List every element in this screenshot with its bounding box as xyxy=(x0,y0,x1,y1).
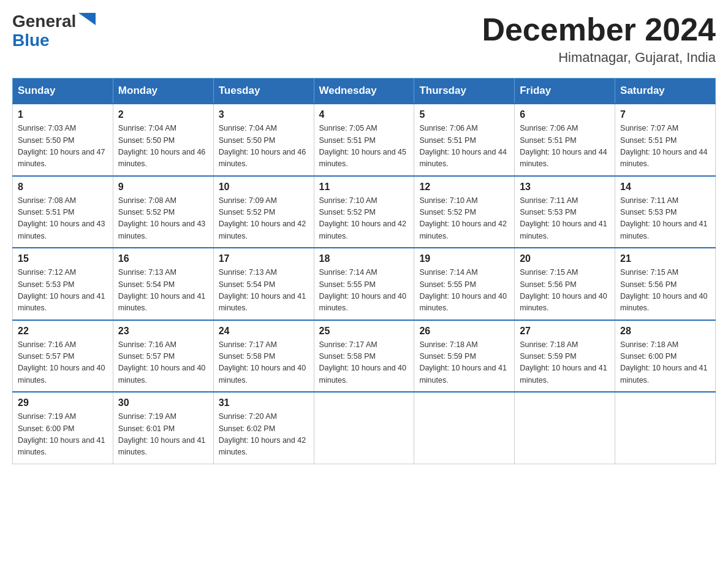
table-cell: 23 Sunrise: 7:16 AMSunset: 5:57 PMDaylig… xyxy=(113,320,213,393)
month-title: December 2024 xyxy=(482,12,716,47)
table-cell xyxy=(314,392,414,464)
day-number: 17 xyxy=(219,253,309,264)
table-cell xyxy=(414,392,515,464)
day-info: Sunrise: 7:16 AMSunset: 5:57 PMDaylight:… xyxy=(118,339,208,387)
table-cell: 21 Sunrise: 7:15 AMSunset: 5:56 PMDaylig… xyxy=(615,248,716,320)
week-row-2: 8 Sunrise: 7:08 AMSunset: 5:51 PMDayligh… xyxy=(13,176,716,248)
day-info: Sunrise: 7:18 AMSunset: 5:59 PMDaylight:… xyxy=(520,339,610,387)
table-cell: 2 Sunrise: 7:04 AMSunset: 5:50 PMDayligh… xyxy=(113,104,213,176)
table-cell: 30 Sunrise: 7:19 AMSunset: 6:01 PMDaylig… xyxy=(113,392,213,464)
day-number: 12 xyxy=(419,182,509,193)
day-info: Sunrise: 7:19 AMSunset: 6:01 PMDaylight:… xyxy=(118,411,208,459)
day-info: Sunrise: 7:08 AMSunset: 5:51 PMDaylight:… xyxy=(18,195,108,243)
table-cell: 15 Sunrise: 7:12 AMSunset: 5:53 PMDaylig… xyxy=(13,248,113,320)
table-cell: 9 Sunrise: 7:08 AMSunset: 5:52 PMDayligh… xyxy=(113,176,213,248)
day-info: Sunrise: 7:13 AMSunset: 5:54 PMDaylight:… xyxy=(219,267,309,315)
day-info: Sunrise: 7:14 AMSunset: 5:55 PMDaylight:… xyxy=(419,267,509,315)
table-cell: 6 Sunrise: 7:06 AMSunset: 5:51 PMDayligh… xyxy=(515,104,615,176)
day-number: 14 xyxy=(620,182,710,193)
day-info: Sunrise: 7:18 AMSunset: 5:59 PMDaylight:… xyxy=(419,339,509,387)
table-cell xyxy=(615,392,716,464)
table-cell: 5 Sunrise: 7:06 AMSunset: 5:51 PMDayligh… xyxy=(414,104,515,176)
day-number: 28 xyxy=(620,326,710,337)
day-number: 27 xyxy=(520,326,610,337)
day-number: 23 xyxy=(118,326,208,337)
logo-graphic: GeneralBlue xyxy=(12,12,96,50)
page-header: GeneralBlue December 2024 Himatnagar, Gu… xyxy=(12,12,716,66)
day-info: Sunrise: 7:06 AMSunset: 5:51 PMDaylight:… xyxy=(419,123,509,170)
day-number: 30 xyxy=(118,397,208,408)
day-number: 22 xyxy=(18,326,108,337)
table-cell: 28 Sunrise: 7:18 AMSunset: 6:00 PMDaylig… xyxy=(615,320,716,393)
day-info: Sunrise: 7:04 AMSunset: 5:50 PMDaylight:… xyxy=(219,123,309,170)
table-cell: 8 Sunrise: 7:08 AMSunset: 5:51 PMDayligh… xyxy=(13,176,113,248)
day-number: 13 xyxy=(520,182,610,193)
table-cell: 16 Sunrise: 7:13 AMSunset: 5:54 PMDaylig… xyxy=(113,248,213,320)
week-row-3: 15 Sunrise: 7:12 AMSunset: 5:53 PMDaylig… xyxy=(13,248,716,320)
day-number: 26 xyxy=(419,326,509,337)
day-number: 20 xyxy=(520,253,610,264)
day-number: 25 xyxy=(319,326,409,337)
table-cell: 19 Sunrise: 7:14 AMSunset: 5:55 PMDaylig… xyxy=(414,248,515,320)
table-cell: 18 Sunrise: 7:14 AMSunset: 5:55 PMDaylig… xyxy=(314,248,414,320)
day-number: 8 xyxy=(18,182,108,193)
day-number: 16 xyxy=(118,253,208,264)
day-number: 4 xyxy=(319,109,409,120)
week-row-4: 22 Sunrise: 7:16 AMSunset: 5:57 PMDaylig… xyxy=(13,320,716,393)
day-info: Sunrise: 7:18 AMSunset: 6:00 PMDaylight:… xyxy=(620,339,710,387)
table-cell: 14 Sunrise: 7:11 AMSunset: 5:53 PMDaylig… xyxy=(615,176,716,248)
location: Himatnagar, Gujarat, India xyxy=(482,50,716,66)
col-saturday: Saturday xyxy=(615,79,716,104)
day-info: Sunrise: 7:15 AMSunset: 5:56 PMDaylight:… xyxy=(620,267,710,315)
day-number: 29 xyxy=(18,397,108,408)
day-number: 7 xyxy=(620,109,710,120)
table-cell: 25 Sunrise: 7:17 AMSunset: 5:58 PMDaylig… xyxy=(314,320,414,393)
table-cell: 17 Sunrise: 7:13 AMSunset: 5:54 PMDaylig… xyxy=(213,248,314,320)
table-cell: 4 Sunrise: 7:05 AMSunset: 5:51 PMDayligh… xyxy=(314,104,414,176)
day-number: 11 xyxy=(319,182,409,193)
logo: GeneralBlue xyxy=(12,12,96,50)
week-row-5: 29 Sunrise: 7:19 AMSunset: 6:00 PMDaylig… xyxy=(13,392,716,464)
title-section: December 2024 Himatnagar, Gujarat, India xyxy=(482,12,716,66)
table-cell xyxy=(515,392,615,464)
day-number: 1 xyxy=(18,109,108,120)
day-number: 5 xyxy=(419,109,509,120)
table-cell: 1 Sunrise: 7:03 AMSunset: 5:50 PMDayligh… xyxy=(13,104,113,176)
table-cell: 27 Sunrise: 7:18 AMSunset: 5:59 PMDaylig… xyxy=(515,320,615,393)
day-number: 6 xyxy=(520,109,610,120)
table-cell: 29 Sunrise: 7:19 AMSunset: 6:00 PMDaylig… xyxy=(13,392,113,464)
table-cell: 12 Sunrise: 7:10 AMSunset: 5:52 PMDaylig… xyxy=(414,176,515,248)
calendar-table: Sunday Monday Tuesday Wednesday Thursday… xyxy=(12,78,716,464)
day-info: Sunrise: 7:11 AMSunset: 5:53 PMDaylight:… xyxy=(620,195,710,243)
col-sunday: Sunday xyxy=(13,79,113,104)
day-info: Sunrise: 7:17 AMSunset: 5:58 PMDaylight:… xyxy=(319,339,409,387)
table-cell: 24 Sunrise: 7:17 AMSunset: 5:58 PMDaylig… xyxy=(213,320,314,393)
table-cell: 3 Sunrise: 7:04 AMSunset: 5:50 PMDayligh… xyxy=(213,104,314,176)
day-number: 15 xyxy=(18,253,108,264)
day-number: 10 xyxy=(219,182,309,193)
table-cell: 26 Sunrise: 7:18 AMSunset: 5:59 PMDaylig… xyxy=(414,320,515,393)
table-cell: 22 Sunrise: 7:16 AMSunset: 5:57 PMDaylig… xyxy=(13,320,113,393)
table-cell: 31 Sunrise: 7:20 AMSunset: 6:02 PMDaylig… xyxy=(213,392,314,464)
table-cell: 11 Sunrise: 7:10 AMSunset: 5:52 PMDaylig… xyxy=(314,176,414,248)
day-number: 18 xyxy=(319,253,409,264)
col-wednesday: Wednesday xyxy=(314,79,414,104)
day-number: 21 xyxy=(620,253,710,264)
col-tuesday: Tuesday xyxy=(213,79,314,104)
day-info: Sunrise: 7:12 AMSunset: 5:53 PMDaylight:… xyxy=(18,267,108,315)
svg-marker-0 xyxy=(78,13,96,25)
day-info: Sunrise: 7:20 AMSunset: 6:02 PMDaylight:… xyxy=(219,411,309,459)
col-friday: Friday xyxy=(515,79,615,104)
day-info: Sunrise: 7:11 AMSunset: 5:53 PMDaylight:… xyxy=(520,195,610,243)
col-thursday: Thursday xyxy=(414,79,515,104)
day-number: 24 xyxy=(219,326,309,337)
day-number: 3 xyxy=(219,109,309,120)
day-number: 31 xyxy=(219,397,309,408)
day-info: Sunrise: 7:10 AMSunset: 5:52 PMDaylight:… xyxy=(419,195,509,243)
week-row-1: 1 Sunrise: 7:03 AMSunset: 5:50 PMDayligh… xyxy=(13,104,716,176)
day-info: Sunrise: 7:17 AMSunset: 5:58 PMDaylight:… xyxy=(219,339,309,387)
day-info: Sunrise: 7:08 AMSunset: 5:52 PMDaylight:… xyxy=(118,195,208,243)
day-number: 19 xyxy=(419,253,509,264)
day-info: Sunrise: 7:15 AMSunset: 5:56 PMDaylight:… xyxy=(520,267,610,315)
day-number: 9 xyxy=(118,182,208,193)
